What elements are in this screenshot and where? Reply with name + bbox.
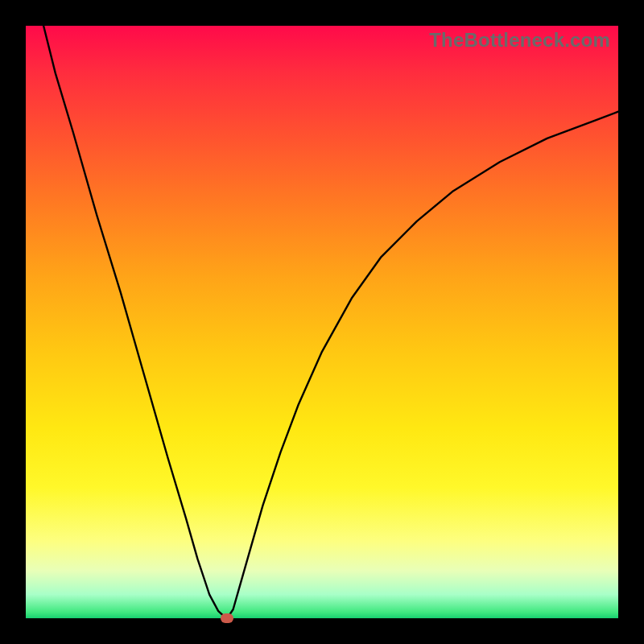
minimum-marker [221, 613, 233, 623]
bottleneck-curve [43, 26, 618, 618]
chart-frame: TheBottleneck.com [0, 0, 644, 644]
plot-area: TheBottleneck.com [26, 26, 618, 618]
curve-svg [26, 26, 618, 618]
